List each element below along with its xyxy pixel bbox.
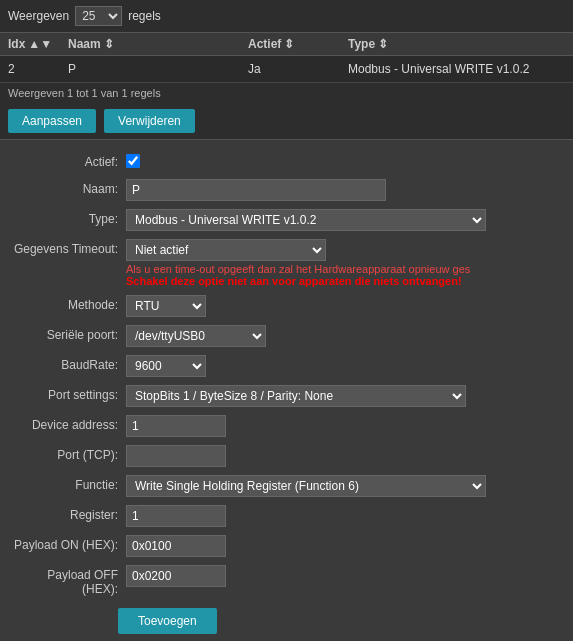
gegevens-timeout-row: Gegevens Timeout: Niet actief Als u een … xyxy=(0,235,573,291)
toevoegen-button[interactable]: Toevoegen xyxy=(118,608,217,634)
form-section: Actief: Naam: Type: Modbus - Universal W… xyxy=(0,140,573,641)
register-row: Register: xyxy=(0,501,573,531)
port-settings-row: Port settings: StopBits 1 / ByteSize 8 /… xyxy=(0,381,573,411)
weergeven-label: Weergeven xyxy=(8,9,69,23)
payload-on-control xyxy=(126,535,565,557)
methode-control: RTU ASCII TCP xyxy=(126,295,565,317)
timeout-warning: Als u een time-out opgeeft dan zal het H… xyxy=(126,263,496,287)
cell-type: Modbus - Universal WRITE v1.0.2 xyxy=(348,60,565,78)
baudrate-row: BaudRate: 9600 19200 38400 57600 115200 xyxy=(0,351,573,381)
seriele-poort-label: Seriële poort: xyxy=(8,325,118,342)
payload-off-control xyxy=(126,565,565,587)
col-type[interactable]: Type ⇕ xyxy=(348,37,565,51)
col-actief[interactable]: Actief ⇕ xyxy=(248,37,348,51)
aanpassen-button[interactable]: Aanpassen xyxy=(8,109,96,133)
functie-control: Write Single Holding Register (Function … xyxy=(126,475,565,497)
type-label: Type: xyxy=(8,209,118,226)
methode-select[interactable]: RTU ASCII TCP xyxy=(126,295,206,317)
functie-row: Functie: Write Single Holding Register (… xyxy=(0,471,573,501)
device-address-row: Device address: xyxy=(0,411,573,441)
table-footer: Weergeven 1 tot 1 van 1 regels xyxy=(0,83,573,103)
seriele-poort-control: /dev/ttyUSB0 xyxy=(126,325,565,347)
sort-arrow-naam: ⇕ xyxy=(104,37,114,51)
cell-idx: 2 xyxy=(8,60,68,78)
device-address-label: Device address: xyxy=(8,415,118,432)
port-tcp-row: Port (TCP): xyxy=(0,441,573,471)
table-row[interactable]: 2 P Ja Modbus - Universal WRITE v1.0.2 xyxy=(0,56,573,83)
naam-row: Naam: xyxy=(0,175,573,205)
baudrate-select[interactable]: 9600 19200 38400 57600 115200 xyxy=(126,355,206,377)
sort-arrow-idx: ▲▼ xyxy=(28,37,52,51)
naam-input[interactable] xyxy=(126,179,386,201)
type-select[interactable]: Modbus - Universal WRITE v1.0.2 xyxy=(126,209,486,231)
payload-off-row: Payload OFF (HEX): xyxy=(0,561,573,600)
action-buttons: Aanpassen Verwijderen xyxy=(0,103,573,140)
methode-label: Methode: xyxy=(8,295,118,312)
payload-on-input[interactable] xyxy=(126,535,226,557)
baudrate-control: 9600 19200 38400 57600 115200 xyxy=(126,355,565,377)
register-control xyxy=(126,505,565,527)
naam-control xyxy=(126,179,565,201)
methode-row: Methode: RTU ASCII TCP xyxy=(0,291,573,321)
regels-label: regels xyxy=(128,9,161,23)
gegevens-select[interactable]: Niet actief xyxy=(126,239,326,261)
register-label: Register: xyxy=(8,505,118,522)
actief-control xyxy=(126,152,565,171)
port-settings-label: Port settings: xyxy=(8,385,118,402)
cell-naam: P xyxy=(68,60,248,78)
cell-actief: Ja xyxy=(248,60,348,78)
functie-label: Functie: xyxy=(8,475,118,492)
seriele-poort-row: Seriële poort: /dev/ttyUSB0 xyxy=(0,321,573,351)
port-tcp-input[interactable] xyxy=(126,445,226,467)
actief-label: Actief: xyxy=(8,152,118,169)
verwijderen-button[interactable]: Verwijderen xyxy=(104,109,195,133)
col-naam[interactable]: Naam ⇕ xyxy=(68,37,248,51)
register-input[interactable] xyxy=(126,505,226,527)
gegevens-timeout-control: Niet actief Als u een time-out opgeeft d… xyxy=(126,239,565,287)
port-settings-select[interactable]: StopBits 1 / ByteSize 8 / Parity: None xyxy=(126,385,466,407)
baudrate-label: BaudRate: xyxy=(8,355,118,372)
device-address-input[interactable] xyxy=(126,415,226,437)
seriele-poort-select[interactable]: /dev/ttyUSB0 xyxy=(126,325,266,347)
functie-select[interactable]: Write Single Holding Register (Function … xyxy=(126,475,486,497)
col-idx[interactable]: Idx ▲▼ xyxy=(8,37,68,51)
sort-arrow-type: ⇕ xyxy=(378,37,388,51)
payload-on-row: Payload ON (HEX): xyxy=(0,531,573,561)
port-tcp-control xyxy=(126,445,565,467)
naam-label: Naam: xyxy=(8,179,118,196)
table-header: Idx ▲▼ Naam ⇕ Actief ⇕ Type ⇕ xyxy=(0,33,573,56)
actief-row: Actief: xyxy=(0,148,573,175)
actief-checkbox[interactable] xyxy=(126,154,140,168)
regels-select[interactable]: 25 50 100 xyxy=(75,6,122,26)
payload-off-input[interactable] xyxy=(126,565,226,587)
payload-off-label: Payload OFF (HEX): xyxy=(8,565,118,596)
sort-arrow-actief: ⇕ xyxy=(284,37,294,51)
type-control: Modbus - Universal WRITE v1.0.2 xyxy=(126,209,565,231)
type-row: Type: Modbus - Universal WRITE v1.0.2 xyxy=(0,205,573,235)
port-tcp-label: Port (TCP): xyxy=(8,445,118,462)
device-address-control xyxy=(126,415,565,437)
top-bar: Weergeven 25 50 100 regels xyxy=(0,0,573,33)
gegevens-timeout-label: Gegevens Timeout: xyxy=(8,239,118,256)
payload-on-label: Payload ON (HEX): xyxy=(8,535,118,552)
port-settings-control: StopBits 1 / ByteSize 8 / Parity: None xyxy=(126,385,565,407)
